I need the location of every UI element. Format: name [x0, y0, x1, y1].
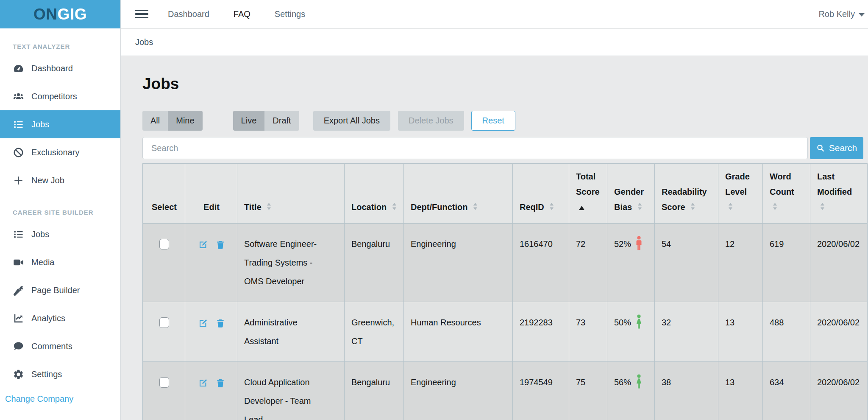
reqid-cell: 2192283: [513, 302, 569, 362]
sort-icon: [267, 199, 271, 215]
chevron-down-icon: [859, 13, 865, 17]
sidebar-item-label: Settings: [31, 370, 62, 379]
sort-asc-icon: [579, 199, 584, 215]
edit-cell: [185, 302, 237, 362]
trash-icon[interactable]: [215, 240, 225, 250]
column-header-total-score[interactable]: Total Score: [569, 164, 607, 224]
user-menu[interactable]: Rob Kelly: [818, 9, 865, 19]
readability-cell: 38: [655, 362, 718, 420]
reset-button[interactable]: Reset: [471, 111, 515, 131]
dept-cell: Engineering: [404, 362, 513, 420]
column-header-dept-function[interactable]: Dept/Function: [404, 164, 513, 224]
readability-cell: 54: [655, 224, 718, 302]
gender-bias-cell: 52%: [607, 224, 655, 302]
column-header-grade-level[interactable]: Grade Level: [718, 164, 763, 224]
sidebar-item-competitors[interactable]: Competitors: [0, 82, 120, 110]
trash-icon[interactable]: [215, 318, 225, 328]
search-input[interactable]: [142, 137, 808, 159]
select-cell: [143, 302, 185, 362]
female-person-icon: [633, 313, 645, 331]
sidebar-item-analytics[interactable]: Analytics: [0, 304, 120, 332]
sidebar-nav: TEXT ANALYZERDashboardCompetitorsJobsExc…: [0, 43, 120, 388]
edit-icon[interactable]: [198, 318, 208, 328]
sidebar-item-label: New Job: [31, 176, 64, 185]
filter-option-mine[interactable]: Mine: [168, 111, 202, 131]
export-all-jobs-button[interactable]: Export All Jobs: [313, 111, 390, 131]
table-row: Software Engineer- Trading Systems - OMS…: [143, 224, 868, 302]
ban-icon: [13, 147, 24, 158]
row-checkbox[interactable]: [159, 239, 169, 249]
hamburger-menu-icon[interactable]: [135, 8, 148, 21]
column-header-title[interactable]: Title: [237, 164, 345, 224]
column-header-word-count[interactable]: Word Count: [763, 164, 810, 224]
list-icon: [13, 229, 24, 240]
breadcrumb: Jobs: [121, 29, 868, 56]
column-header-label: Select: [152, 202, 177, 212]
sidebar-item-exclusionary[interactable]: Exclusionary: [0, 138, 120, 166]
column-header-location[interactable]: Location: [345, 164, 404, 224]
total-score-cell: 73: [569, 302, 607, 362]
sidebar: ONGIG TEXT ANALYZERDashboardCompetitorsJ…: [0, 0, 121, 420]
sidebar-item-settings[interactable]: Settings: [0, 360, 120, 388]
sort-icon: [392, 199, 397, 215]
sidebar-item-label: Comments: [31, 342, 72, 351]
row-checkbox[interactable]: [159, 377, 169, 388]
toolbar: AllMine LiveDraft Export All Jobs Delete…: [142, 111, 868, 131]
change-company-link[interactable]: Change Company: [0, 394, 120, 404]
column-header-last-modified[interactable]: Last Modified: [810, 164, 868, 224]
column-header-label: Dept/Function: [411, 202, 467, 212]
search-icon: [816, 144, 825, 152]
users-icon: [13, 91, 24, 102]
location-cell: Greenwich, CT: [345, 302, 404, 362]
search-button[interactable]: Search: [810, 137, 863, 159]
filter-option-live[interactable]: Live: [233, 111, 265, 131]
location-cell: Bengaluru: [345, 362, 404, 420]
sidebar-item-page-builder[interactable]: Page Builder: [0, 276, 120, 304]
sidebar-item-jobs[interactable]: Jobs: [0, 220, 120, 248]
brand-logo[interactable]: ONGIG: [0, 0, 120, 28]
sidebar-section-title: TEXT ANALYZER: [0, 43, 120, 50]
word-count-cell: 619: [763, 224, 810, 302]
topnav-link-faq[interactable]: FAQ: [234, 9, 250, 19]
gender-bias-value: 50%: [614, 318, 645, 327]
title-cell: Software Engineer- Trading Systems - OMS…: [237, 224, 345, 302]
sidebar-item-comments[interactable]: Comments: [0, 332, 120, 360]
sort-icon: [690, 199, 695, 215]
column-header-label: ReqID: [520, 202, 544, 212]
sidebar-item-jobs[interactable]: Jobs: [0, 110, 120, 138]
sidebar-item-new-job[interactable]: New Job: [0, 166, 120, 194]
sort-icon: [773, 199, 777, 215]
filter-option-all[interactable]: All: [142, 111, 168, 131]
column-header-readability-score[interactable]: Readability Score: [655, 164, 718, 224]
column-header-gender-bias[interactable]: Gender Bias: [607, 164, 655, 224]
column-header-select: Select: [143, 164, 185, 224]
column-header-reqid[interactable]: ReqID: [513, 164, 569, 224]
topnav-link-settings[interactable]: Settings: [275, 9, 305, 19]
male-person-icon: [633, 234, 645, 253]
edit-icon[interactable]: [198, 378, 208, 388]
trash-icon[interactable]: [215, 378, 225, 388]
column-header-edit: Edit: [185, 164, 237, 224]
sort-icon: [820, 199, 825, 215]
chart-icon: [13, 313, 24, 324]
breadcrumb-current[interactable]: Jobs: [135, 37, 153, 47]
search-button-label: Search: [829, 143, 857, 153]
edit-icon[interactable]: [198, 240, 208, 250]
delete-jobs-button[interactable]: Delete Jobs: [398, 111, 464, 131]
last-modified-cell: 2020/06/02: [810, 362, 868, 420]
edit-cell: [185, 362, 237, 420]
select-cell: [143, 224, 185, 302]
filter-option-draft[interactable]: Draft: [264, 111, 299, 131]
plus-icon: [13, 175, 24, 186]
grade-level-cell: 12: [718, 224, 763, 302]
last-modified-cell: 2020/06/02: [810, 302, 868, 362]
topnav-link-dashboard[interactable]: Dashboard: [168, 9, 209, 19]
dept-cell: Engineering: [404, 224, 513, 302]
sidebar-item-label: Media: [31, 258, 54, 267]
grade-level-cell: 13: [718, 362, 763, 420]
table-row: Administrative AssistantGreenwich, CTHum…: [143, 302, 868, 362]
sidebar-item-media[interactable]: Media: [0, 248, 120, 276]
row-checkbox[interactable]: [159, 317, 169, 328]
gender-bias-percent: 52%: [614, 239, 631, 249]
sidebar-item-dashboard[interactable]: Dashboard: [0, 54, 120, 82]
